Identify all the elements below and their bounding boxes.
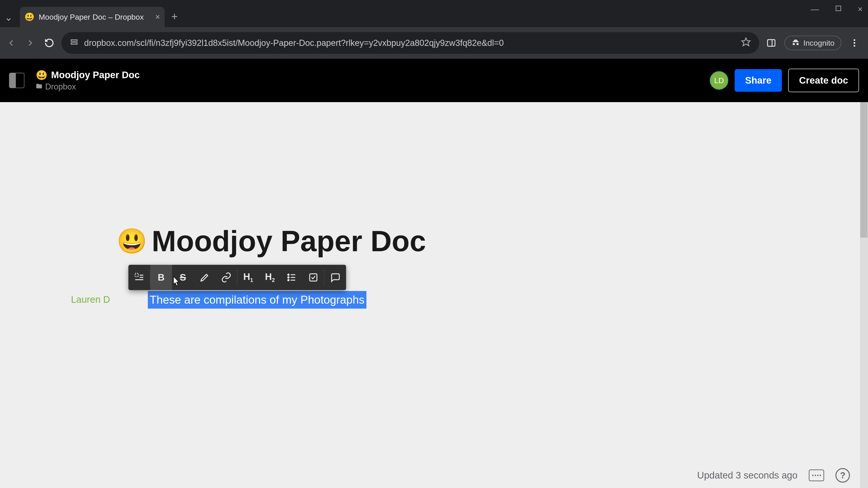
strikethrough-icon[interactable]: S [172,265,194,290]
browser-tab-strip: 😃 Moodjoy Paper Doc – Dropbox × + — × [0,0,868,27]
tabs-menu-chevron[interactable] [2,13,16,26]
document-title-row[interactable]: 😃 Moodjoy Paper Doc [117,224,426,258]
avatar-initials: LD [714,76,724,85]
checkbox-icon[interactable] [303,265,324,290]
new-tab-button[interactable]: + [171,10,178,23]
scrollbar-track[interactable] [860,102,868,488]
reload-button[interactable] [42,36,56,50]
address-bar-row: dropbox.com/scl/fi/n3zfj9fyi392l1d8x5ist… [0,27,868,59]
sidebar-toggle-button[interactable] [9,73,24,88]
text-style-icon[interactable] [128,265,150,290]
highlight-icon[interactable] [194,265,215,290]
browser-tab[interactable]: 😃 Moodjoy Paper Doc – Dropbox × [20,7,164,27]
maximize-icon[interactable] [835,4,842,14]
doc-title-row[interactable]: 😃 Moodjoy Paper Doc [36,70,140,80]
svg-rect-0 [836,6,841,11]
url-bar[interactable]: dropbox.com/scl/fi/n3zfj9fyi392l1d8x5ist… [61,32,759,54]
doc-meta: 😃 Moodjoy Paper Doc Dropbox [36,70,140,92]
create-doc-button[interactable]: Create doc [788,69,859,92]
site-info-icon[interactable] [70,37,79,48]
formatting-toolbar: B S H1 H2 [128,265,346,290]
h2-icon[interactable]: H2 [259,265,281,290]
svg-point-8 [854,45,855,46]
document-title-emoji: 😃 [117,227,147,255]
tab-title: Moodjoy Paper Doc – Dropbox [39,13,151,22]
doc-title: Moodjoy Paper Doc [51,70,140,80]
svg-rect-4 [768,39,775,46]
document-title: Moodjoy Paper Doc [152,224,426,258]
link-icon[interactable] [215,265,237,290]
url-text: dropbox.com/scl/fi/n3zfj9fyi392l1d8x5ist… [84,38,736,48]
tab-close-icon[interactable]: × [155,12,160,22]
app-header-right: LD Share Create doc [710,69,859,92]
document-content: 😃 Moodjoy Paper Doc [117,224,426,258]
author-label: Lauren D [71,294,110,305]
svg-point-10 [288,274,289,275]
toolbar-right-icons: Incognito [765,36,864,50]
avatar[interactable]: LD [710,71,728,90]
svg-point-7 [854,42,855,43]
keyboard-shortcuts-icon[interactable] [809,469,824,481]
h1-icon[interactable]: H1 [237,265,259,290]
status-bar: Updated 3 seconds ago ? [697,468,850,483]
document-canvas[interactable]: 😃 Moodjoy Paper Doc B S H1 H2 [0,102,868,488]
folder-icon [36,82,42,92]
scrollbar-thumb[interactable] [860,102,868,238]
incognito-indicator[interactable]: Incognito [784,36,841,50]
incognito-label: Incognito [803,39,835,47]
comment-icon[interactable] [324,265,346,290]
svg-point-14 [288,280,289,281]
browser-menu-icon[interactable] [848,36,861,50]
svg-rect-1 [71,40,77,41]
forward-button[interactable] [24,36,37,50]
minimize-icon[interactable]: — [811,4,819,14]
svg-marker-3 [742,38,750,46]
bullet-list-icon[interactable] [281,265,303,290]
share-button[interactable]: Share [735,69,782,92]
svg-rect-16 [310,274,317,281]
bookmark-star-icon[interactable] [741,37,751,49]
side-panel-icon[interactable] [765,36,778,50]
doc-emoji-icon: 😃 [36,70,48,80]
updated-text: Updated 3 seconds ago [697,470,798,481]
bold-icon[interactable]: B [150,265,172,290]
help-icon[interactable]: ? [835,468,850,483]
back-button[interactable] [4,36,18,50]
close-window-icon[interactable]: × [858,4,863,14]
selected-paragraph[interactable]: These are compilations of my Photographs [148,291,366,308]
window-controls: — × [811,4,863,14]
tab-favicon: 😃 [24,12,35,22]
breadcrumb-label: Dropbox [45,82,76,92]
svg-point-6 [854,39,855,41]
svg-rect-9 [135,273,138,276]
app-header: 😃 Moodjoy Paper Doc Dropbox LD Share Cre… [0,59,868,102]
breadcrumb[interactable]: Dropbox [36,82,140,92]
svg-rect-2 [71,43,77,44]
svg-point-12 [288,277,289,278]
